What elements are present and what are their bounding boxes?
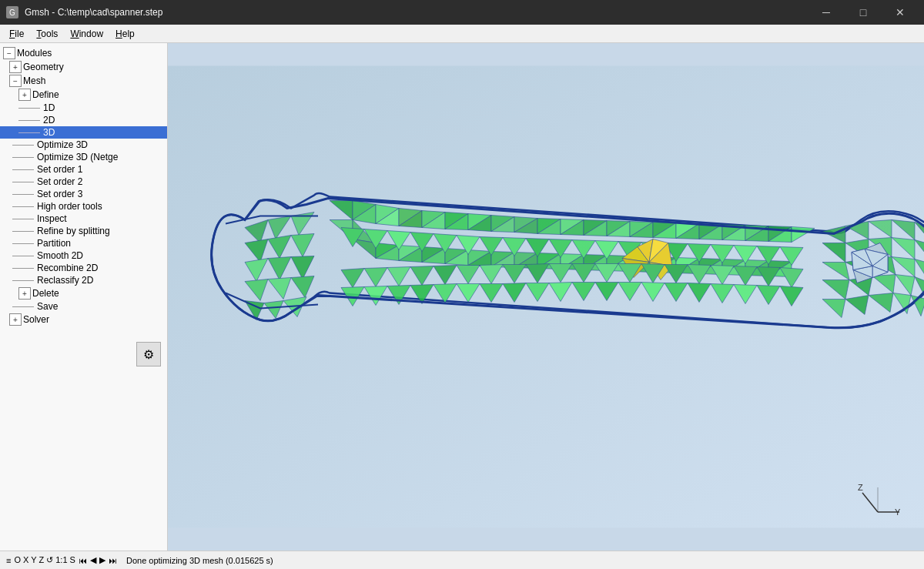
main-container: − Modules + Geometry − Mesh + Define 1D — [0, 43, 924, 551]
tree-item-refine-by-splitting[interactable]: Refine by splitting — [0, 225, 167, 237]
sidebar: − Modules + Geometry − Mesh + Define 1D — [0, 43, 168, 551]
svg-rect-0 — [168, 66, 924, 528]
tree-label-high-order-tools: High order tools — [37, 201, 102, 212]
status-coords: O X Y Z ↺ 1:1 S — [14, 555, 75, 565]
tree-label-1d: 1D — [43, 102, 55, 113]
window-title: Gmsh - C:\temp\cad\spanner.step — [25, 7, 162, 18]
tree-item-delete[interactable]: + Delete — [0, 286, 167, 300]
tree-item-mesh[interactable]: − Mesh — [0, 74, 167, 88]
tree-label-define: Define — [32, 89, 59, 100]
expander-mesh[interactable]: − — [9, 75, 22, 87]
status-nav-next[interactable]: ▶ — [99, 555, 105, 565]
status-bar: ≡ O X Y Z ↺ 1:1 S ⏮ ◀ ▶ ⏭ Done optimizin… — [0, 551, 924, 569]
tree-item-inspect[interactable]: Inspect — [0, 213, 167, 225]
status-nav-next-next[interactable]: ⏭ — [109, 556, 117, 565]
tree-item-solver[interactable]: + Solver — [0, 313, 167, 326]
tree-item-smooth-2d[interactable]: Smooth 2D — [0, 249, 167, 262]
tree-label-2d: 2D — [43, 115, 55, 126]
tree-label-delete: Delete — [32, 288, 59, 299]
expander-modules[interactable]: − — [3, 47, 15, 59]
title-bar: G Gmsh - C:\temp\cad\spanner.step ─ □ ✕ — [0, 0, 924, 25]
tree-label-save: Save — [37, 301, 58, 312]
maximize-button[interactable]: □ — [845, 0, 881, 25]
expander-delete[interactable]: + — [18, 287, 31, 300]
close-button[interactable]: ✕ — [882, 0, 918, 25]
axis-indicator: Z Y — [855, 481, 901, 527]
tree-label-optimize3d: Optimize 3D — [37, 139, 88, 150]
settings-gear-button[interactable]: ⚙ — [136, 342, 161, 367]
svg-line-196 — [862, 493, 878, 512]
tree-label-mesh: Mesh — [23, 75, 45, 86]
tree-item-2d[interactable]: 2D — [0, 114, 167, 126]
y-axis-label: Y — [895, 507, 901, 517]
menu-file[interactable]: File — [3, 27, 30, 41]
tree-label-optimize3d-netgen: Optimize 3D (Netge — [37, 152, 118, 162]
menu-bar: File Tools Window Help — [0, 25, 924, 43]
menu-help[interactable]: Help — [109, 27, 141, 41]
menu-window[interactable]: Window — [64, 27, 109, 41]
tree-item-reclassify-2d[interactable]: Reclassify 2D — [0, 274, 167, 286]
viewport[interactable]: Z Y — [168, 43, 924, 551]
tree-label-modules: Modules — [17, 48, 52, 59]
tree-label-inspect: Inspect — [37, 213, 67, 224]
tree-label-partition: Partition — [37, 238, 71, 249]
tree-item-set-order-2[interactable]: Set order 2 — [0, 176, 167, 188]
tree-item-set-order-1[interactable]: Set order 1 — [0, 163, 167, 176]
expander-solver[interactable]: + — [9, 313, 22, 326]
tree-label-reclassify-2d: Reclassify 2D — [37, 275, 93, 286]
tree-label-geometry: Geometry — [23, 62, 64, 72]
wrench-mesh-visualization — [168, 43, 924, 551]
status-menu-icon[interactable]: ≡ — [6, 556, 11, 565]
tree-label-3d: 3D — [43, 127, 55, 138]
tree-item-geometry[interactable]: + Geometry — [0, 60, 167, 74]
z-axis-label: Z — [858, 483, 863, 492]
status-nav-prev[interactable]: ◀ — [90, 555, 96, 565]
tree-label-refine-by-splitting: Refine by splitting — [37, 226, 110, 236]
app-icon: G — [6, 6, 18, 18]
tree-item-optimize3d[interactable]: Optimize 3D — [0, 139, 167, 151]
tree-label-smooth-2d: Smooth 2D — [37, 250, 83, 261]
tree-item-partition[interactable]: Partition — [0, 237, 167, 249]
minimize-button[interactable]: ─ — [808, 0, 844, 25]
menu-tools[interactable]: Tools — [30, 27, 64, 41]
expander-define[interactable]: + — [18, 89, 31, 101]
tree-item-modules[interactable]: − Modules — [0, 46, 167, 60]
tree-item-recombine-2d[interactable]: Recombine 2D — [0, 262, 167, 274]
tree-item-save[interactable]: Save — [0, 300, 167, 313]
tree-item-3d[interactable]: 3D — [0, 126, 167, 139]
tree-label-solver: Solver — [23, 314, 49, 325]
tree-item-high-order-tools[interactable]: High order tools — [0, 200, 167, 213]
tree-item-set-order-3[interactable]: Set order 3 — [0, 188, 167, 200]
tree-label-set-order-2: Set order 2 — [37, 176, 82, 187]
tree-item-define[interactable]: + Define — [0, 88, 167, 102]
tree-item-1d[interactable]: 1D — [0, 102, 167, 114]
status-nav-prev-prev[interactable]: ⏮ — [79, 556, 87, 565]
tree-label-set-order-1: Set order 1 — [37, 164, 82, 175]
status-message: Done optimizing 3D mesh (0.015625 s) — [126, 556, 273, 565]
tree-item-optimize3d-netgen[interactable]: Optimize 3D (Netge — [0, 151, 167, 163]
expander-geometry[interactable]: + — [9, 61, 22, 73]
tree-label-recombine-2d: Recombine 2D — [37, 263, 98, 273]
tree-label-set-order-3: Set order 3 — [37, 189, 82, 199]
